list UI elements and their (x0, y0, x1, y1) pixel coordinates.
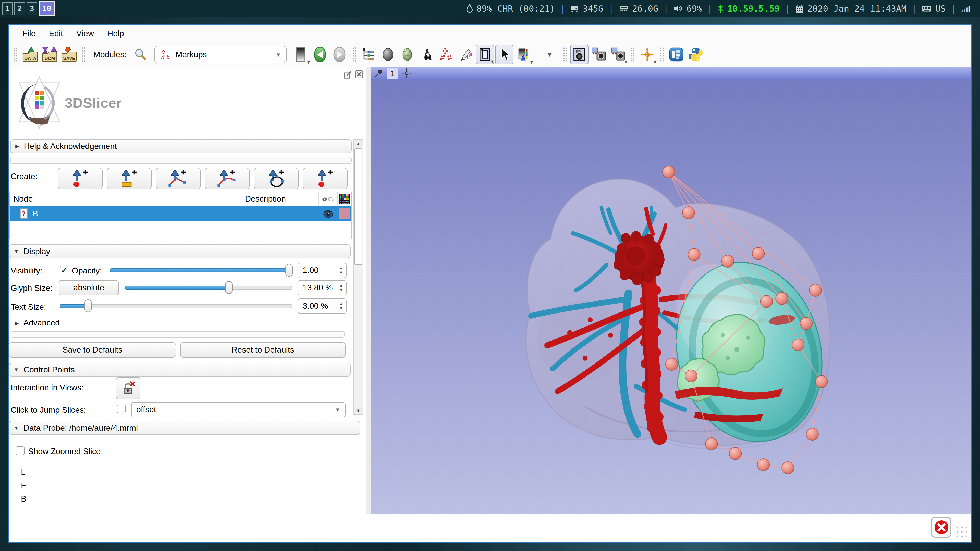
control-point[interactable] (682, 206, 695, 219)
panel-scrollbar[interactable]: ▲ ▼ (353, 139, 363, 415)
toolbar-handle[interactable] (563, 47, 566, 62)
panel-undock-icon[interactable] (344, 70, 352, 79)
jump-mode-combobox[interactable]: offset ▼ (131, 402, 345, 417)
resize-grip[interactable] (955, 525, 969, 539)
node-visibility-toggle[interactable] (319, 206, 338, 221)
window-level-button[interactable]: ▼ (514, 45, 533, 64)
control-point[interactable] (666, 358, 678, 370)
control-point[interactable] (806, 428, 818, 440)
control-point[interactable] (688, 248, 700, 261)
scroll-down-icon[interactable]: ▼ (354, 407, 363, 414)
segment-editor-button[interactable] (456, 45, 475, 64)
workspace-button-3[interactable]: 3 (27, 2, 37, 15)
workspace-button-2[interactable]: 2 (14, 2, 25, 15)
view-crosshair-icon[interactable] (402, 68, 411, 78)
section-advanced[interactable]: ▶ Advanced (15, 318, 60, 327)
opacity-slider[interactable] (110, 264, 293, 276)
node-table-row[interactable]: ?B (10, 206, 351, 221)
module-selector-combobox[interactable]: Markups▼ (154, 46, 287, 63)
interaction-toggle-button[interactable] (116, 377, 140, 400)
panel-splitter[interactable] (366, 67, 371, 515)
scroll-thumb[interactable] (354, 148, 363, 265)
error-log-button[interactable] (931, 517, 951, 538)
text-size-slider[interactable] (60, 300, 293, 312)
scene-view-restore-button[interactable]: ▼ (609, 45, 627, 64)
control-point[interactable] (752, 248, 764, 260)
control-point[interactable] (722, 255, 734, 267)
create-open-curve-button[interactable] (205, 168, 250, 189)
create-point-list-button[interactable] (58, 168, 103, 189)
toolbar-handle[interactable] (352, 47, 356, 62)
create-point-button[interactable] (303, 168, 348, 189)
scroll-up-icon[interactable]: ▲ (354, 140, 363, 148)
screenshot-button[interactable] (570, 45, 589, 64)
section-display[interactable]: ▼ Display (9, 245, 351, 258)
workspace-button-1[interactable]: 1 (2, 2, 13, 15)
control-point[interactable] (662, 166, 675, 178)
menu-file[interactable]: File (16, 25, 42, 42)
opacity-spinbox[interactable]: 1.00 ▲▼ (298, 263, 347, 278)
control-point[interactable] (800, 318, 812, 330)
volume-rendering-button[interactable] (398, 45, 417, 64)
menu-view[interactable]: View (70, 25, 100, 42)
jump-slices-checkbox[interactable] (117, 405, 126, 413)
control-point[interactable] (776, 292, 788, 305)
mouse-interaction-button[interactable] (495, 45, 514, 64)
menu-help[interactable]: Help (100, 25, 130, 42)
glyph-mode-button[interactable]: absolute (59, 280, 119, 295)
threed-viewport[interactable] (371, 80, 971, 515)
toolbar-handle[interactable] (631, 47, 635, 62)
spin-arrows-icon[interactable]: ▲▼ (336, 263, 346, 278)
module-search-button[interactable] (131, 45, 150, 64)
create-line-button[interactable] (107, 168, 151, 189)
view-tab-label[interactable]: 1 (387, 68, 398, 79)
visibility-checkbox[interactable]: ✓ (60, 266, 68, 275)
extensions-manager-button[interactable] (667, 45, 686, 64)
control-point[interactable] (729, 448, 741, 460)
panel-close-icon[interactable] (355, 70, 363, 79)
control-point[interactable] (705, 438, 718, 450)
markups-place-button[interactable] (437, 45, 455, 64)
models-module-button[interactable] (417, 45, 436, 64)
python-console-button[interactable] (687, 45, 705, 64)
reset-to-defaults-button[interactable]: Reset to Defaults (180, 342, 345, 358)
glyph-size-slider[interactable] (125, 281, 293, 294)
layout-selector-button[interactable]: ▼ (476, 45, 494, 64)
save-to-defaults-button[interactable]: Save to Defaults (9, 342, 176, 358)
pin-icon[interactable] (374, 68, 383, 78)
workspace-button-10[interactable]: 10 (39, 1, 55, 16)
save-folder-button[interactable]: SAVE (60, 45, 78, 64)
toolbar-handle[interactable] (82, 47, 85, 62)
node-color-swatch[interactable] (339, 208, 350, 219)
control-point[interactable] (685, 370, 697, 382)
control-point[interactable] (792, 339, 804, 351)
volumes-module-button[interactable] (379, 45, 397, 64)
control-point[interactable] (782, 462, 794, 474)
section-control-points[interactable]: ▼ Control Points (9, 363, 351, 376)
control-point[interactable] (757, 459, 770, 471)
spin-arrows-icon[interactable]: ▲▼ (336, 299, 346, 313)
control-point[interactable] (809, 284, 821, 297)
text-size-spinbox[interactable]: 3.00 % ▲▼ (298, 299, 347, 314)
show-zoomed-slice-checkbox[interactable] (16, 446, 24, 455)
scene-view-capture-button[interactable] (590, 45, 608, 64)
create-closed-curve-button[interactable] (254, 168, 299, 189)
history-back-button[interactable] (311, 45, 329, 64)
section-help-acknowledgement[interactable]: ▶ Help & Acknowledgement (10, 139, 352, 153)
control-point[interactable] (815, 375, 828, 388)
crosshair-button[interactable]: ▼ (638, 45, 656, 64)
dicom-folder-button[interactable]: DCM (40, 45, 59, 64)
toolbar-dropdown-icon[interactable]: ▼ (547, 51, 553, 58)
glyph-size-spinbox[interactable]: 13.80 % ▲▼ (298, 280, 347, 295)
menu-edit[interactable]: Edit (42, 25, 70, 42)
spin-arrows-icon[interactable]: ▲▼ (336, 281, 346, 295)
section-data-probe[interactable]: ▼ Data Probe: /home/aure/4.mrml (9, 421, 360, 435)
subject-hierarchy-button[interactable] (360, 45, 378, 64)
control-point[interactable] (760, 295, 773, 308)
toolbar-handle[interactable] (14, 47, 18, 62)
create-angle-button[interactable] (156, 168, 200, 189)
history-forward-button[interactable] (330, 45, 348, 64)
load-data-folder-button[interactable]: DATA (21, 45, 39, 64)
module-history-button[interactable]: ▼ (291, 45, 310, 64)
toolbar-handle[interactable] (660, 47, 663, 62)
